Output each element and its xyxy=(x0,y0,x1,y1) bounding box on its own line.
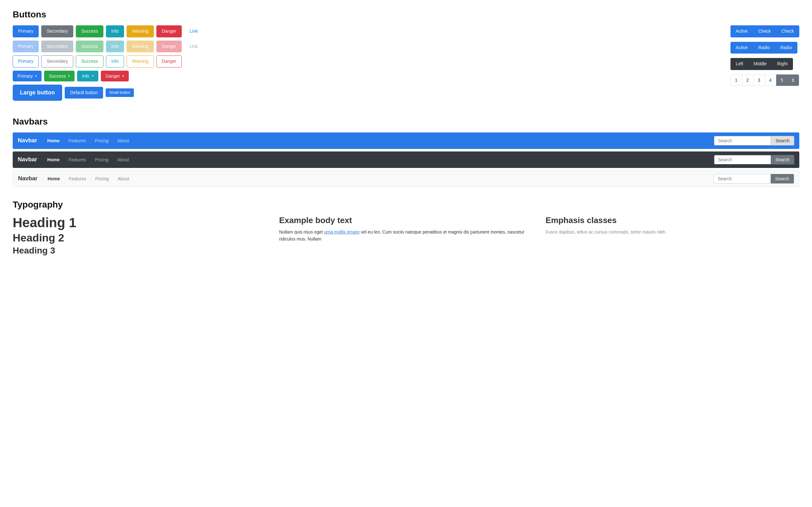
primary-button[interactable]: Primary xyxy=(13,25,39,38)
navbar-blue-link-home[interactable]: Home xyxy=(44,136,63,145)
warning-button[interactable]: Warning xyxy=(126,25,154,38)
warning-disabled-button[interactable]: Warning xyxy=(126,41,154,53)
buttons-title: Buttons xyxy=(13,9,799,20)
buttons-layout: Primary Secondary Success Info Warning D… xyxy=(13,25,799,104)
radio-button-1[interactable]: Radio xyxy=(753,42,775,54)
heading-1: Heading 1 xyxy=(13,216,266,230)
navbar-dark-link-pricing[interactable]: Pricing xyxy=(91,155,112,164)
radio-button-group: Active Radio Radio xyxy=(730,42,800,54)
buttons-row-solid: Primary Secondary Success Info Warning D… xyxy=(13,25,711,38)
navbar-light-nav: Home Features Pricing About xyxy=(44,174,714,183)
navbar-dark-search-input[interactable] xyxy=(714,155,771,164)
dropdown-danger-button[interactable]: Danger ▾ xyxy=(101,71,129,81)
pagination: 1 2 3 4 5 6 xyxy=(730,74,800,86)
typography-title: Typography xyxy=(13,200,799,210)
danger-disabled-button[interactable]: Danger xyxy=(156,41,182,53)
heading-3: Heading 3 xyxy=(13,246,266,256)
navbar-blue-search: Search xyxy=(714,136,794,146)
active-check-button[interactable]: Active xyxy=(730,25,753,38)
success-disabled-button[interactable]: Success xyxy=(76,41,103,53)
check-button-group: Active Check Check xyxy=(730,25,800,38)
buttons-left: Primary Secondary Success Info Warning D… xyxy=(13,25,711,104)
dropdown-info-label: Info xyxy=(82,73,89,78)
navbar-blue-link-features[interactable]: Features xyxy=(65,136,90,145)
dropdown-info-button[interactable]: Info ▾ xyxy=(77,71,98,81)
navbar-light-link-about[interactable]: About xyxy=(114,174,133,183)
body-text-link[interactable]: urna mollis ornare xyxy=(324,229,360,234)
large-button[interactable]: Large button xyxy=(13,84,62,101)
navbars-title: Navbars xyxy=(13,117,799,127)
navbar-blue-search-input[interactable] xyxy=(714,136,771,146)
navbar-light-brand[interactable]: Navbar xyxy=(18,175,38,182)
emphasis-paragraph: Fusce dapibus, tellus ac cursus commodo,… xyxy=(546,228,799,235)
middle-button[interactable]: Middle xyxy=(748,58,772,70)
navbar-dark-search-button[interactable]: Search xyxy=(771,155,794,164)
outline-warning-button[interactable]: Warning xyxy=(126,55,154,67)
page-4[interactable]: 4 xyxy=(765,74,776,86)
outline-secondary-button[interactable]: Secondary xyxy=(41,55,73,67)
body-text-title: Example body text xyxy=(279,216,533,225)
buttons-row-outline: Primary Secondary Success Info Warning D… xyxy=(13,55,711,67)
page-1[interactable]: 1 xyxy=(730,74,742,86)
primary-disabled-button[interactable]: Primary xyxy=(13,41,39,53)
body-text-column: Example body text Nullam quis risus eget… xyxy=(279,216,533,257)
page-6[interactable]: 6 xyxy=(788,74,799,86)
headings-column: Heading 1 Heading 2 Heading 3 xyxy=(13,216,266,257)
navbar-light-link-features[interactable]: Features xyxy=(65,174,90,183)
navbar-dark-link-about[interactable]: About xyxy=(113,155,133,164)
page-5[interactable]: 5 xyxy=(776,74,788,86)
secondary-disabled-button[interactable]: Secondary xyxy=(41,41,73,53)
dropdown-primary-arrow-icon: ▾ xyxy=(35,74,37,78)
navbar-light-search-button[interactable]: Search xyxy=(771,174,794,183)
navbar-light-link-home[interactable]: Home xyxy=(44,174,64,183)
dropdown-success-arrow-icon: ▾ xyxy=(68,74,70,78)
navbar-blue-nav: Home Features Pricing About xyxy=(44,136,714,145)
outline-danger-button[interactable]: Danger xyxy=(156,55,182,67)
danger-button[interactable]: Danger xyxy=(156,25,182,38)
info-disabled-button[interactable]: Info xyxy=(106,41,124,53)
navbar-light-link-pricing[interactable]: Pricing xyxy=(91,174,113,183)
navbar-dark-brand[interactable]: Navbar xyxy=(18,156,37,163)
secondary-button[interactable]: Secondary xyxy=(41,25,73,38)
left-button[interactable]: Left xyxy=(730,58,748,70)
navbar-dark-link-home[interactable]: Home xyxy=(44,155,63,164)
navbar-blue-link-about[interactable]: About xyxy=(113,136,133,145)
navbar-light: Navbar Home Features Pricing About Searc… xyxy=(13,170,799,187)
outline-primary-button[interactable]: Primary xyxy=(13,55,39,67)
active-radio-button[interactable]: Active xyxy=(730,42,753,54)
navbar-blue: Navbar Home Features Pricing About Searc… xyxy=(13,132,799,149)
info-button[interactable]: Info xyxy=(106,25,124,38)
check-button-1[interactable]: Check xyxy=(753,25,776,38)
navbar-dark-search: Search xyxy=(714,155,794,164)
right-button[interactable]: Right xyxy=(772,58,793,70)
navbar-light-search-input[interactable] xyxy=(714,174,771,183)
small-button[interactable]: Small button xyxy=(106,89,134,97)
buttons-row-dropdown: Primary ▾ Success ▾ Info ▾ Danger ▾ xyxy=(13,71,711,81)
navbar-light-search: Search xyxy=(714,174,794,183)
outline-info-button[interactable]: Info xyxy=(106,55,124,67)
dropdown-danger-label: Danger xyxy=(106,73,120,78)
typography-grid: Heading 1 Heading 2 Heading 3 Example bo… xyxy=(13,216,799,257)
navbar-blue-search-button[interactable]: Search xyxy=(771,136,794,146)
default-button[interactable]: Default button xyxy=(65,87,103,99)
emphasis-column: Emphasis classes Fusce dapibus, tellus a… xyxy=(546,216,799,257)
page-3[interactable]: 3 xyxy=(753,74,765,86)
radio-button-2[interactable]: Radio xyxy=(775,42,798,54)
body-text-paragraph: Nullam quis risus eget urna mollis ornar… xyxy=(279,228,533,243)
page-2[interactable]: 2 xyxy=(742,74,753,86)
navbar-dark-nav: Home Features Pricing About xyxy=(44,155,714,164)
dropdown-primary-label: Primary xyxy=(17,73,33,78)
link-button[interactable]: Link xyxy=(184,25,203,38)
navbars-section: Navbars Navbar Home Features Pricing Abo… xyxy=(13,117,799,187)
typography-section: Typography Heading 1 Heading 2 Heading 3… xyxy=(13,200,799,257)
link-disabled-button[interactable]: Link xyxy=(184,41,203,53)
navbar-blue-link-pricing[interactable]: Pricing xyxy=(91,136,112,145)
navbar-blue-brand[interactable]: Navbar xyxy=(18,137,37,144)
success-button[interactable]: Success xyxy=(76,25,103,38)
buttons-row-disabled: Primary Secondary Success Info Warning D… xyxy=(13,41,711,53)
dropdown-primary-button[interactable]: Primary ▾ xyxy=(13,71,42,81)
check-button-2[interactable]: Check xyxy=(776,25,799,38)
outline-success-button[interactable]: Success xyxy=(76,55,103,67)
dropdown-success-button[interactable]: Success ▾ xyxy=(44,71,74,81)
navbar-dark-link-features[interactable]: Features xyxy=(65,155,90,164)
